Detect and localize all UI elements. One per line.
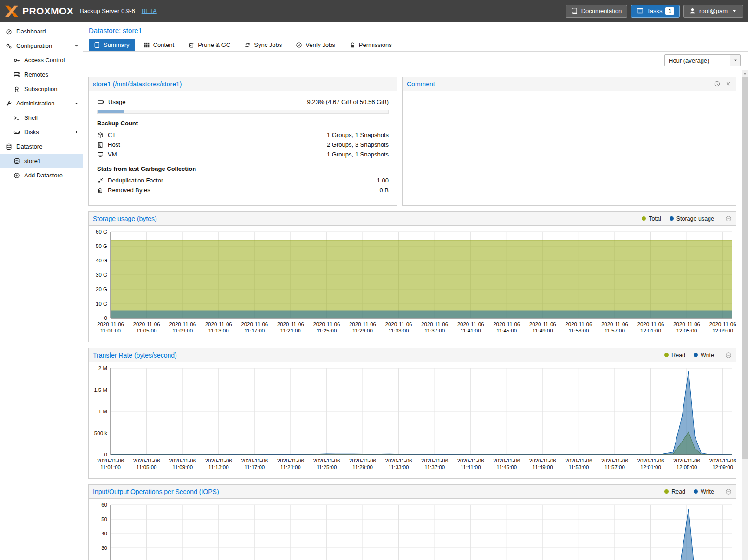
sidebar-item-subscription[interactable]: Subscription <box>0 82 83 96</box>
row-value: 2 Groups, 3 Snapshots <box>327 141 389 148</box>
tasks-button[interactable]: Tasks 1 <box>631 5 680 18</box>
collapse-chart-icon[interactable] <box>725 352 732 358</box>
svg-text:2020-11-06: 2020-11-06 <box>709 321 736 327</box>
page-title: Datastore: store1 <box>83 22 748 39</box>
legend-item[interactable]: Total <box>642 215 661 222</box>
collapse-chart-icon[interactable] <box>725 488 732 495</box>
legend-item[interactable]: Write <box>694 352 714 358</box>
legend-label: Write <box>701 488 714 495</box>
svg-text:11:29:00: 11:29:00 <box>352 328 373 333</box>
svg-text:2020-11-06: 2020-11-06 <box>493 321 520 327</box>
scrollbar-thumb[interactable] <box>742 77 748 459</box>
sidebar-item-datastore[interactable]: Datastore <box>0 139 83 154</box>
tasks-label: Tasks <box>647 7 662 14</box>
sidebar-item-administration[interactable]: Administration <box>0 96 83 111</box>
comment-body[interactable] <box>403 91 736 205</box>
svg-text:60 G: 60 G <box>96 229 107 234</box>
refresh-icon <box>244 42 251 48</box>
tab-verify-jobs[interactable]: Verify Jobs <box>291 39 340 51</box>
content-header: Datastore: store1 SummaryContentPrune & … <box>83 22 748 70</box>
sidebar-item-add-datastore[interactable]: Add Datastore <box>0 168 83 182</box>
sidebar-item-disks[interactable]: Disks <box>0 125 83 139</box>
sidebar-item-label: store1 <box>24 157 41 164</box>
beta-link[interactable]: BETA <box>142 7 157 14</box>
reload-icon[interactable] <box>714 80 721 87</box>
backup-count-heading: Backup Count <box>97 120 389 127</box>
legend-item[interactable]: Storage usage <box>670 215 714 222</box>
documentation-button[interactable]: Documentation <box>566 5 627 18</box>
svg-text:11:09:00: 11:09:00 <box>172 464 193 470</box>
legend-dot <box>664 489 669 494</box>
sidebar-item-remotes[interactable]: Remotes <box>0 67 83 82</box>
legend-item[interactable]: Read <box>664 352 685 358</box>
sidebar-item-label: Disks <box>24 129 39 136</box>
user-menu-button[interactable]: root@pam <box>683 5 743 18</box>
legend-label: Storage usage <box>676 215 714 222</box>
svg-text:11:29:00: 11:29:00 <box>352 464 373 470</box>
svg-text:11:01:00: 11:01:00 <box>100 328 121 333</box>
interval-select[interactable]: Hour (average) <box>664 54 741 66</box>
gear-icon[interactable] <box>725 80 732 87</box>
sidebar-item-label: Configuration <box>16 42 52 49</box>
main-content: Datastore: store1 SummaryContentPrune & … <box>83 22 748 560</box>
caret-right-icon[interactable] <box>74 130 79 135</box>
header-buttons: Documentation Tasks 1 root@pam <box>566 5 743 18</box>
svg-text:12:09:00: 12:09:00 <box>712 328 733 333</box>
svg-text:11:13:00: 11:13:00 <box>208 328 229 333</box>
sidebar-item-dashboard[interactable]: Dashboard <box>0 24 83 39</box>
svg-text:12:09:00: 12:09:00 <box>712 464 733 470</box>
svg-text:11:13:00: 11:13:00 <box>208 464 229 470</box>
vertical-scrollbar[interactable] <box>742 70 748 560</box>
chevron-down-icon <box>731 7 738 14</box>
sidebar-item-configuration[interactable]: Configuration <box>0 39 83 53</box>
svg-text:60: 60 <box>101 502 107 508</box>
chevron-down-icon[interactable] <box>730 55 740 66</box>
summary-panel-header: store1 (/mnt/datastores/store1) <box>89 77 397 91</box>
svg-text:11:33:00: 11:33:00 <box>389 328 409 333</box>
sidebar-item-shell[interactable]: Shell <box>0 111 83 125</box>
svg-text:2020-11-06: 2020-11-06 <box>601 458 628 463</box>
tab-permissions[interactable]: Permissions <box>344 39 397 51</box>
server-icon <box>13 72 20 78</box>
caret-down-icon[interactable] <box>74 101 79 106</box>
legend-item[interactable]: Read <box>664 488 685 495</box>
scroll-up-arrow-icon[interactable] <box>742 70 748 77</box>
tab-label: Verify Jobs <box>306 41 335 48</box>
database-icon <box>6 143 12 150</box>
chart-panel-header: Storage usage (bytes)TotalStorage usage <box>89 212 736 226</box>
chart-panel-2: Input/Output Operations per Second (IOPS… <box>88 484 736 560</box>
tab-summary[interactable]: Summary <box>89 39 135 51</box>
tab-prune-gc[interactable]: Prune & GC <box>183 39 235 51</box>
sidebar-item-store1[interactable]: store1 <box>0 154 83 168</box>
svg-text:2020-11-06: 2020-11-06 <box>205 458 232 463</box>
row-label: Host <box>108 141 120 148</box>
usage-value: 9.23% (4.67 GiB of 50.56 GiB) <box>307 98 389 105</box>
usage-progress-bar <box>97 110 389 114</box>
collapse-chart-icon[interactable] <box>725 215 732 222</box>
tasks-icon <box>637 7 644 14</box>
sidebar-item-access-control[interactable]: Access Control <box>0 53 83 67</box>
svg-text:2020-11-06: 2020-11-06 <box>277 458 304 463</box>
svg-text:11:45:00: 11:45:00 <box>496 464 517 470</box>
caret-down-icon[interactable] <box>74 43 79 48</box>
legend-label: Write <box>701 352 714 358</box>
row-label: Deduplication Factor <box>108 177 163 184</box>
svg-text:11:41:00: 11:41:00 <box>461 464 481 470</box>
svg-text:2020-11-06: 2020-11-06 <box>673 321 700 327</box>
cogs-icon <box>6 43 12 49</box>
svg-text:2020-11-06: 2020-11-06 <box>565 458 592 463</box>
legend-item[interactable]: Write <box>694 488 714 495</box>
svg-text:11:17:00: 11:17:00 <box>244 328 265 333</box>
book-icon <box>571 7 578 14</box>
svg-text:2020-11-06: 2020-11-06 <box>205 321 232 327</box>
svg-text:11:05:00: 11:05:00 <box>137 464 157 470</box>
svg-text:2020-11-06: 2020-11-06 <box>169 321 196 327</box>
tab-sync-jobs[interactable]: Sync Jobs <box>239 39 287 51</box>
tab-content[interactable]: Content <box>138 39 180 51</box>
sidebar-item-label: Remotes <box>24 71 48 78</box>
charts-container: Storage usage (bytes)TotalStorage usage0… <box>88 211 736 560</box>
gauge-icon <box>6 28 12 35</box>
trash-icon <box>188 42 195 48</box>
product-version: Backup Server 0.9-6 <box>80 7 135 14</box>
svg-text:2020-11-06: 2020-11-06 <box>133 458 160 463</box>
